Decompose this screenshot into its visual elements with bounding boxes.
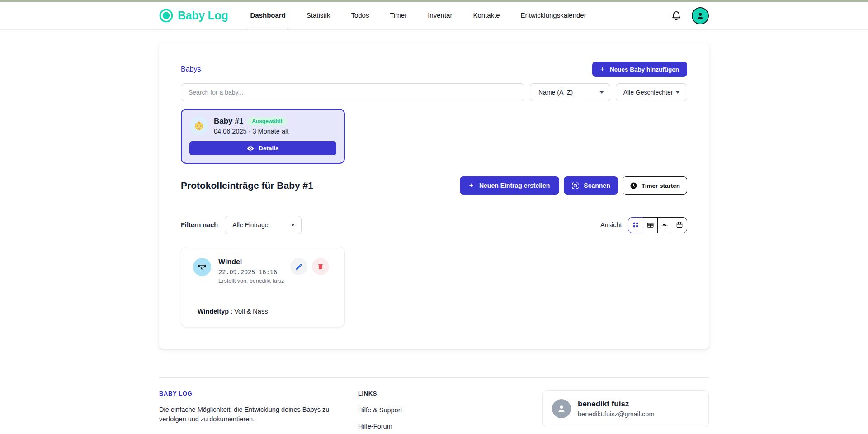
start-timer-button[interactable]: Timer starten <box>623 176 687 195</box>
log-entry-card[interactable]: Windel 22.09.2025 16:16 Erstellt von: be… <box>181 247 345 327</box>
timeline-view-button[interactable] <box>657 217 673 233</box>
footer-description: Die einfache Möglichkeit, die Entwicklun… <box>159 405 358 424</box>
nav-item-dashboard[interactable]: Dashboard <box>249 2 288 29</box>
entries-section-title: Protokolleinträge für Baby #1 <box>181 180 313 191</box>
pencil-icon <box>295 263 303 271</box>
table-view-button[interactable] <box>642 217 658 233</box>
baby-avatar <box>189 116 208 135</box>
entry-created-by: Erstellt von: benedikt fuisz <box>218 278 284 284</box>
filter-label: Filtern nach <box>181 221 218 229</box>
chevron-down-icon <box>291 224 295 226</box>
footer-link-hilfe-forum[interactable]: Hilfe-Forum <box>358 423 494 430</box>
footer-user-avatar <box>552 399 571 418</box>
delete-entry-button[interactable] <box>312 258 329 275</box>
add-baby-button-label: Neues Baby hinzufügen <box>610 66 679 73</box>
eye-icon <box>247 145 254 152</box>
baby-meta: 04.06.2025 · 3 Monate alt <box>214 128 288 135</box>
scan-button-label: Scannen <box>584 182 610 189</box>
add-baby-button[interactable]: + Neues Baby hinzufügen <box>592 62 687 77</box>
section-divider <box>181 204 687 204</box>
baby-details-button-label: Details <box>259 145 278 152</box>
user-menu-button[interactable] <box>692 7 709 24</box>
calendar-view-button[interactable] <box>672 217 687 233</box>
brand-logo[interactable]: Baby Log <box>159 2 228 29</box>
create-entry-button[interactable]: + Neuen Eintrag erstellen <box>460 176 560 195</box>
footer-user-email: benedikt.fuisz@gmail.com <box>578 410 654 418</box>
navbar: Baby Log Dashboard Statistik Todos Timer… <box>0 2 868 30</box>
nav-item-statistik[interactable]: Statistik <box>305 2 332 29</box>
gender-filter-select[interactable]: Alle Geschlechter <box>616 83 687 101</box>
trash-icon <box>317 263 324 270</box>
entry-filter-value: Alle Einträge <box>232 221 268 229</box>
scan-icon <box>571 182 579 190</box>
nav-item-todos[interactable]: Todos <box>349 2 371 29</box>
footer-link-hilfe-support[interactable]: Hilfe & Support <box>358 406 494 414</box>
view-label: Ansicht <box>600 221 622 229</box>
footer-brand-title: BABY LOG <box>159 390 358 397</box>
entry-filter-select[interactable]: Alle Einträge <box>225 216 302 234</box>
gender-filter-value: Alle Geschlechter <box>623 89 673 96</box>
footer-links-title: LINKS <box>358 390 494 397</box>
person-icon <box>556 403 567 414</box>
entry-category-avatar <box>193 258 211 276</box>
activity-wave-icon <box>661 221 669 229</box>
grid-view-button[interactable] <box>628 217 643 233</box>
chevron-down-icon <box>676 91 679 94</box>
create-entry-button-label: Neuen Eintrag erstellen <box>479 182 550 189</box>
view-toggle-group <box>628 217 688 233</box>
main-nav: Dashboard Statistik Todos Timer Inventar… <box>240 2 597 29</box>
nav-item-timer[interactable]: Timer <box>388 2 409 29</box>
scan-button[interactable]: Scannen <box>564 176 618 195</box>
nav-item-kontakte[interactable]: Kontakte <box>471 2 501 29</box>
grid-icon <box>632 221 639 229</box>
entry-datetime: 22.09.2025 16:16 <box>218 268 284 276</box>
bell-icon <box>671 10 682 21</box>
entry-detail-value: Voll & Nass <box>234 308 268 315</box>
baby-face-icon <box>159 9 173 23</box>
baby-name: Baby #1 <box>214 117 243 126</box>
entry-title: Windel <box>218 258 284 266</box>
baby-card[interactable]: Baby #1 Ausgewählt 04.06.2025 · 3 Monate… <box>181 109 345 164</box>
clock-icon <box>630 182 637 190</box>
nav-item-entwicklungskalender[interactable]: Entwicklungskalender <box>519 2 588 29</box>
start-timer-button-label: Timer starten <box>642 182 680 189</box>
plus-icon: + <box>600 65 604 73</box>
entry-detail-label: Windeltyp <box>198 308 229 315</box>
notifications-button[interactable] <box>671 10 682 21</box>
sort-select-value: Name (A–Z) <box>538 89 573 96</box>
plus-icon: + <box>469 181 473 190</box>
edit-entry-button[interactable] <box>290 258 307 275</box>
selected-badge: Ausgewählt <box>247 117 287 126</box>
baby-search-input[interactable] <box>181 83 524 101</box>
diaper-icon <box>197 262 207 272</box>
brand-name: Baby Log <box>178 9 228 22</box>
chevron-down-icon <box>600 91 604 94</box>
calendar-icon <box>676 221 683 229</box>
baby-face-emoji <box>193 120 204 131</box>
dashboard-panel: Babys + Neues Baby hinzufügen Name (A–Z)… <box>159 43 709 349</box>
nav-item-inventar[interactable]: Inventar <box>426 2 454 29</box>
user-avatar-icon <box>695 11 705 21</box>
entry-detail-row: Windeltyp : Voll & Nass <box>193 308 335 315</box>
table-icon <box>646 221 654 229</box>
baby-details-button[interactable]: Details <box>189 141 336 155</box>
footer-user-card[interactable]: benedikt fuisz benedikt.fuisz@gmail.com <box>542 390 709 427</box>
footer: BABY LOG Die einfache Möglichkeit, die E… <box>0 377 868 430</box>
babys-section-title: Babys <box>181 65 201 73</box>
sort-select[interactable]: Name (A–Z) <box>530 83 610 101</box>
footer-user-name: benedikt fuisz <box>578 400 654 409</box>
footer-divider <box>159 377 709 378</box>
entry-detail-separator: : <box>229 308 234 315</box>
